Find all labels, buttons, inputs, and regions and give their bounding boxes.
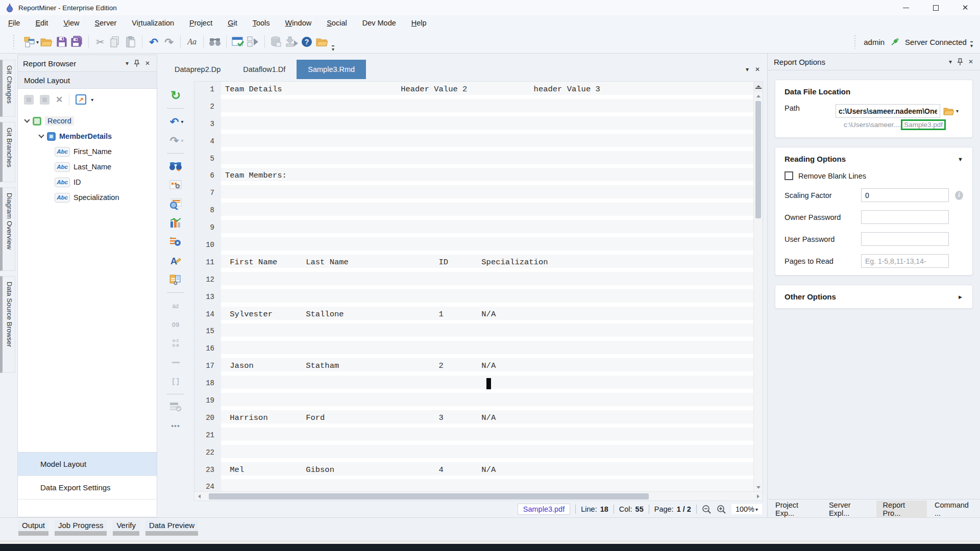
line-text[interactable] <box>221 375 753 393</box>
preview-data-icon[interactable] <box>169 198 182 210</box>
tree-field-id[interactable]: AbcID <box>18 174 157 190</box>
document-line[interactable]: 5 <box>194 151 753 168</box>
help-button[interactable]: ? <box>299 34 314 49</box>
undo-icon[interactable]: ↶ <box>167 115 181 128</box>
line-text[interactable]: Jason Statham 2 N/A <box>221 358 753 375</box>
document-line[interactable]: 14 Sylvester Stallone 1 N/A <box>194 307 753 324</box>
document-line[interactable]: 4 <box>194 134 753 151</box>
line-text[interactable]: Sylvester Stallone 1 N/A <box>221 307 753 324</box>
menu-item-project[interactable]: Project <box>189 19 212 27</box>
maximize-button[interactable] <box>921 0 950 15</box>
document-tab-sample3-rmd[interactable]: Sample3.Rmd <box>297 60 366 79</box>
status-file-name[interactable]: Sample3.pdf <box>518 504 570 515</box>
document-tab-dataflow1-df[interactable]: Dataflow1.Df <box>232 60 297 79</box>
document-line[interactable]: 17 Jason Statham 2 N/A <box>194 358 753 375</box>
line-text[interactable] <box>221 272 753 289</box>
document-line[interactable]: 22 <box>194 445 753 462</box>
run-job-button[interactable] <box>246 34 261 49</box>
field-statistics-icon[interactable] <box>169 217 182 229</box>
verify-window-button[interactable] <box>230 34 246 49</box>
redo-icon[interactable]: ↷ <box>167 134 181 146</box>
save-button[interactable] <box>54 34 69 49</box>
bottom-tab-job-progress[interactable]: Job Progress <box>55 520 107 536</box>
splitter-handle-icon[interactable] <box>754 82 763 92</box>
collapse-chevron-icon[interactable] <box>38 132 44 138</box>
redo-button[interactable]: ↷ <box>161 34 177 49</box>
tree-field-first-name[interactable]: AbcFirst_Name <box>18 144 157 159</box>
panel-menu-dropdown[interactable]: ▾ <box>946 58 954 65</box>
right-dock-tab-project-exp[interactable]: Project Exp... <box>769 500 821 517</box>
new-document-button[interactable] <box>22 34 38 49</box>
remove-blank-lines-checkbox[interactable] <box>785 171 793 180</box>
collapse-chevron-icon[interactable] <box>24 117 30 122</box>
scroll-down-icon[interactable] <box>754 483 763 491</box>
close-button[interactable]: ✕ <box>950 0 980 15</box>
panel-switch-data-export-settings[interactable]: Data Export Settings <box>18 476 157 499</box>
line-text[interactable] <box>221 99 753 116</box>
save-all-button[interactable] <box>69 34 85 49</box>
zoom-level-select[interactable]: 100% ▾ <box>731 504 762 514</box>
table-verify-icon[interactable] <box>169 401 182 413</box>
horizontal-scroll-thumb[interactable] <box>209 493 649 499</box>
panel-switch-model-layout[interactable]: Model Layout <box>18 453 157 476</box>
right-dock-tab-report-pro[interactable]: Report Pro... <box>876 500 927 517</box>
document-line[interactable]: 24 <box>194 479 753 491</box>
document-line[interactable]: 15 <box>194 323 753 341</box>
tab-list-dropdown[interactable]: ▾ <box>743 66 752 73</box>
bottom-tab-verify[interactable]: Verify <box>113 520 139 536</box>
dock-tab-data-source-browser[interactable]: Data Source Browser <box>0 276 15 373</box>
menu-item-git[interactable]: Git <box>228 19 237 27</box>
menu-item-server[interactable]: Server <box>95 19 117 27</box>
database-job-button[interactable] <box>268 34 284 49</box>
redo-dropdown[interactable]: ▾ <box>181 138 183 143</box>
vertical-scroll-thumb[interactable] <box>755 101 761 218</box>
dock-tab-diagram-overview[interactable]: Diagram Overview <box>0 187 15 271</box>
menu-item-help[interactable]: Help <box>411 19 427 27</box>
line-text[interactable]: Team Details Header Value 2 header Value… <box>221 82 753 99</box>
document-line[interactable]: 10 <box>194 237 753 255</box>
line-text[interactable]: Team Members: <box>221 168 753 185</box>
panel-menu-dropdown[interactable]: ▾ <box>123 60 131 67</box>
record-node-label[interactable]: Record <box>45 116 74 126</box>
menu-item-virtualization[interactable]: Virtualization <box>132 19 174 27</box>
bottom-tab-output[interactable]: Output <box>18 520 48 536</box>
line-text[interactable] <box>221 185 753 203</box>
export-model-button[interactable]: ↗ <box>76 94 86 105</box>
line-text[interactable] <box>221 134 753 151</box>
line-text[interactable]: Mel Gibson 4 N/A <box>221 462 753 480</box>
right-dock-tab-server-expl[interactable]: Server Expl... <box>822 500 875 517</box>
menu-item-tools[interactable]: Tools <box>253 19 270 27</box>
document-line[interactable]: 11 First Name Last Name ID Specializatio… <box>194 255 753 272</box>
horizontal-scrollbar[interactable] <box>194 491 763 500</box>
paste-button[interactable] <box>123 34 138 49</box>
path-dropdown[interactable]: ▾ <box>956 108 959 114</box>
line-text[interactable] <box>221 203 753 220</box>
add-field-node-button[interactable] <box>40 95 50 105</box>
document-lines[interactable]: 1Team Details Header Value 2 header Valu… <box>194 82 753 491</box>
owner-password-input[interactable] <box>861 210 949 224</box>
document-line[interactable]: 8 <box>194 203 753 220</box>
open-project-button[interactable] <box>314 34 330 49</box>
toolbar-overflow-dropdown[interactable]: ▾ <box>332 45 334 52</box>
open-button[interactable] <box>39 34 54 49</box>
line-text[interactable] <box>221 393 753 410</box>
path-input[interactable] <box>836 104 940 118</box>
vertical-scrollbar[interactable] <box>753 82 763 491</box>
vertical-scroll-track[interactable] <box>754 100 763 483</box>
export-document-icon[interactable] <box>169 273 182 286</box>
auto-create-fields-icon[interactable] <box>169 236 182 248</box>
tree-field-last-name[interactable]: AbcLast_Name <box>18 159 157 174</box>
document-line[interactable]: 7 <box>194 185 753 203</box>
scroll-left-icon[interactable] <box>194 494 204 498</box>
menu-item-social[interactable]: Social <box>327 19 347 27</box>
document-line[interactable]: 1Team Details Header Value 2 header Valu… <box>194 82 753 99</box>
scroll-up-icon[interactable] <box>754 92 763 100</box>
pin-icon[interactable] <box>131 60 142 67</box>
line-text[interactable] <box>221 428 753 445</box>
line-text[interactable] <box>221 237 753 255</box>
menu-item-dev-mode[interactable]: Dev Mode <box>362 19 396 27</box>
document-line[interactable]: 20 Harrison Ford 3 N/A <box>194 410 753 428</box>
delete-node-button[interactable]: ✕ <box>56 94 63 105</box>
scaling-factor-input[interactable] <box>861 188 949 202</box>
bottom-tab-data-preview[interactable]: Data Preview <box>145 520 198 536</box>
